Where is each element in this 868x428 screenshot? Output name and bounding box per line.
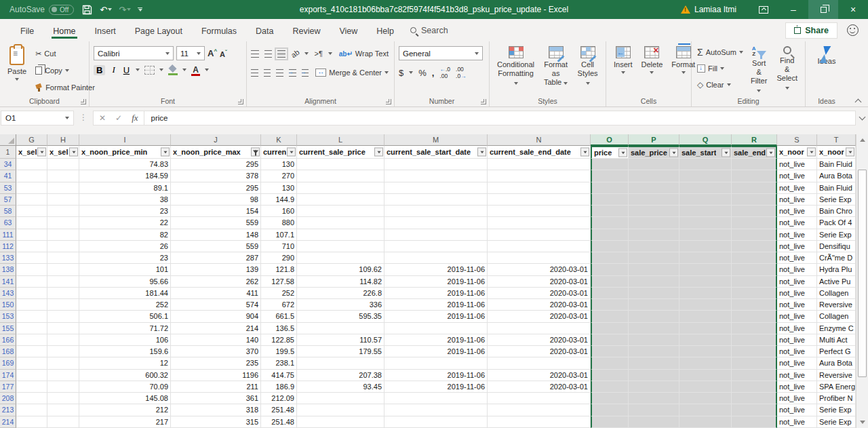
copy-button[interactable]: Copy xyxy=(34,64,96,77)
cell-K138[interactable]: 121.8 xyxy=(261,264,297,275)
cell-I168[interactable]: 159.6 xyxy=(79,346,171,357)
cell-M58[interactable] xyxy=(384,206,488,217)
select-all-corner[interactable] xyxy=(0,134,16,146)
cell-I53[interactable]: 89.1 xyxy=(79,182,171,194)
tab-page-layout[interactable]: Page Layout xyxy=(125,21,192,40)
cell-H177[interactable] xyxy=(47,381,79,393)
column-header-O[interactable]: O xyxy=(591,134,629,146)
font-size-select[interactable]: 11 xyxy=(176,46,205,60)
cell-S214[interactable]: not_live xyxy=(777,416,817,428)
cell-S153[interactable]: not_live xyxy=(777,311,817,322)
cell-L213[interactable] xyxy=(297,404,384,416)
tab-data[interactable]: Data xyxy=(246,21,283,40)
cell-P41[interactable] xyxy=(629,170,679,182)
cell-L34[interactable] xyxy=(297,159,384,170)
cell-O57[interactable] xyxy=(591,194,629,206)
cell-G155[interactable] xyxy=(16,323,47,334)
cell-S168[interactable]: not_live xyxy=(777,346,817,357)
header-cell-K1[interactable]: current xyxy=(261,146,297,159)
cell-T168[interactable]: Perfect G xyxy=(817,346,856,357)
bold-button[interactable]: B xyxy=(94,65,105,75)
cell-T166[interactable]: Multi Act xyxy=(817,334,856,346)
cell-R58[interactable] xyxy=(732,206,777,217)
header-cell-G1[interactable]: x_sel xyxy=(16,146,47,159)
align-middle-icon[interactable] xyxy=(264,50,273,58)
cell-M41[interactable] xyxy=(384,170,488,182)
cell-K214[interactable]: 251.48 xyxy=(261,416,297,428)
filter-dropdown-icon[interactable] xyxy=(69,148,78,157)
cell-Q174[interactable] xyxy=(679,370,732,381)
filter-applied-icon[interactable] xyxy=(251,148,260,157)
cell-R168[interactable] xyxy=(732,346,777,357)
cell-S166[interactable]: not_live xyxy=(777,334,817,346)
cell-P133[interactable] xyxy=(629,252,679,264)
cell-I155[interactable]: 71.72 xyxy=(79,323,171,334)
cell-P141[interactable] xyxy=(629,276,679,288)
cell-Q214[interactable] xyxy=(679,416,732,428)
cell-T143[interactable]: Collagen xyxy=(817,288,856,299)
cell-Q150[interactable] xyxy=(679,299,732,311)
conditional-formatting-button[interactable]: ConditionalFormatting xyxy=(494,44,538,89)
cell-J63[interactable]: 559 xyxy=(171,217,261,229)
cell-T111[interactable]: Serie Exp xyxy=(817,229,856,241)
cell-L150[interactable]: 336 xyxy=(297,299,384,311)
cell-L63[interactable] xyxy=(297,217,384,229)
cell-J53[interactable]: 295 xyxy=(171,182,261,194)
cell-N174[interactable]: 2020-03-01 xyxy=(488,370,591,381)
decrease-indent-icon[interactable] xyxy=(289,69,296,77)
cell-M150[interactable]: 2019-11-06 xyxy=(384,299,488,311)
cell-I153[interactable]: 506.1 xyxy=(79,311,171,322)
cell-N213[interactable] xyxy=(488,404,591,416)
sort-filter-button[interactable]: AZ Sort &Filter xyxy=(747,44,771,96)
cell-O177[interactable] xyxy=(591,381,629,393)
cell-M63[interactable] xyxy=(384,217,488,229)
wrap-text-button[interactable]: ab↵Wrap Text xyxy=(338,47,390,60)
row-header-213[interactable]: 213 xyxy=(0,404,16,416)
cell-R112[interactable] xyxy=(732,241,777,252)
column-header-I[interactable]: I xyxy=(79,134,171,146)
cell-S208[interactable]: not_live xyxy=(777,393,817,404)
cell-T155[interactable]: Enzyme C xyxy=(817,323,856,334)
comma-style-icon[interactable]: , xyxy=(432,68,435,78)
row-header-34[interactable]: 34 xyxy=(0,159,16,170)
cell-J41[interactable]: 378 xyxy=(171,170,261,182)
cell-R177[interactable] xyxy=(732,381,777,393)
cell-Q153[interactable] xyxy=(679,311,732,322)
cell-K168[interactable]: 199.5 xyxy=(261,346,297,357)
cell-K213[interactable]: 251.48 xyxy=(261,404,297,416)
row-header-155[interactable]: 155 xyxy=(0,323,16,334)
cell-K112[interactable]: 710 xyxy=(261,241,297,252)
cell-J138[interactable]: 139 xyxy=(171,264,261,275)
cell-K53[interactable]: 130 xyxy=(261,182,297,194)
orientation-dropdown-icon[interactable] xyxy=(304,52,309,55)
cell-S174[interactable]: not_live xyxy=(777,370,817,381)
cell-M208[interactable] xyxy=(384,393,488,404)
row-header-166[interactable]: 166 xyxy=(0,334,16,346)
cell-L208[interactable] xyxy=(297,393,384,404)
cell-R34[interactable] xyxy=(732,159,777,170)
autosave-toggle[interactable]: AutoSave Off xyxy=(9,5,74,15)
row-header-168[interactable]: 168 xyxy=(0,346,16,357)
italic-button[interactable]: I xyxy=(110,64,117,75)
cell-R169[interactable] xyxy=(732,357,777,369)
cell-K143[interactable]: 252 xyxy=(261,288,297,299)
cell-H169[interactable] xyxy=(47,357,79,369)
cell-I214[interactable]: 217 xyxy=(79,416,171,428)
cell-M133[interactable] xyxy=(384,252,488,264)
cell-Q58[interactable] xyxy=(679,206,732,217)
row-header-153[interactable]: 153 xyxy=(0,311,16,322)
cell-T58[interactable]: Bain Chro xyxy=(817,206,856,217)
cell-H34[interactable] xyxy=(47,159,79,170)
cell-Q138[interactable] xyxy=(679,264,732,275)
cell-L141[interactable]: 114.82 xyxy=(297,276,384,288)
cell-H41[interactable] xyxy=(47,170,79,182)
cell-L41[interactable] xyxy=(297,170,384,182)
cell-J177[interactable]: 211 xyxy=(171,381,261,393)
cell-M143[interactable]: 2019-11-06 xyxy=(384,288,488,299)
cell-H133[interactable] xyxy=(47,252,79,264)
cell-G150[interactable] xyxy=(16,299,47,311)
cell-K155[interactable]: 136.5 xyxy=(261,323,297,334)
cell-G153[interactable] xyxy=(16,311,47,322)
cell-N143[interactable]: 2020-03-01 xyxy=(488,288,591,299)
cell-G58[interactable] xyxy=(16,206,47,217)
